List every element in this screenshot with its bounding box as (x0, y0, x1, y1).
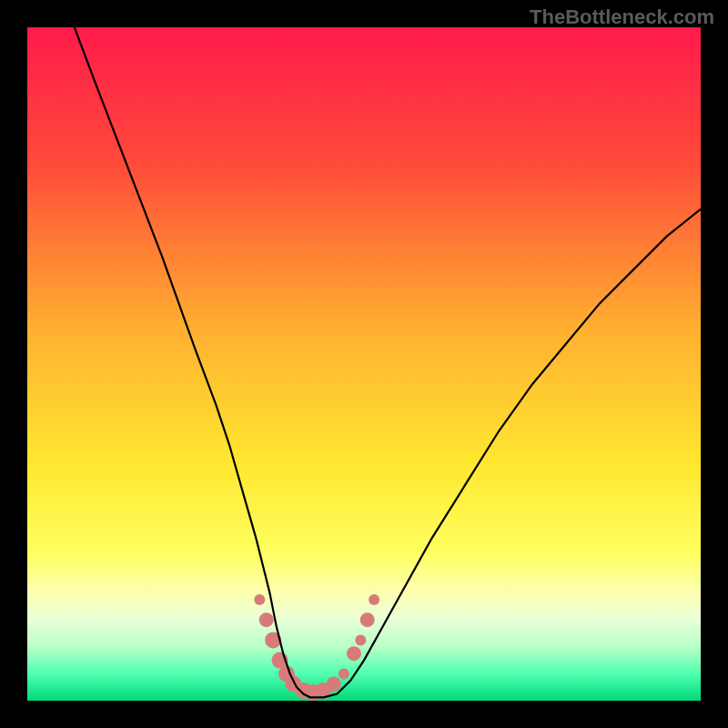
chart-container: { "watermark": "TheBottleneck.com", "cha… (0, 0, 728, 728)
data-point (339, 668, 349, 679)
data-point (355, 634, 366, 645)
watermark-text: TheBottleneck.com (530, 5, 714, 29)
plot-area (27, 27, 701, 701)
data-point (259, 612, 274, 627)
data-point (347, 646, 361, 661)
gradient-background (27, 27, 701, 701)
data-point (369, 594, 379, 605)
data-point (254, 594, 265, 605)
chart-svg (27, 27, 701, 701)
data-point (360, 612, 375, 627)
data-point (327, 677, 341, 692)
